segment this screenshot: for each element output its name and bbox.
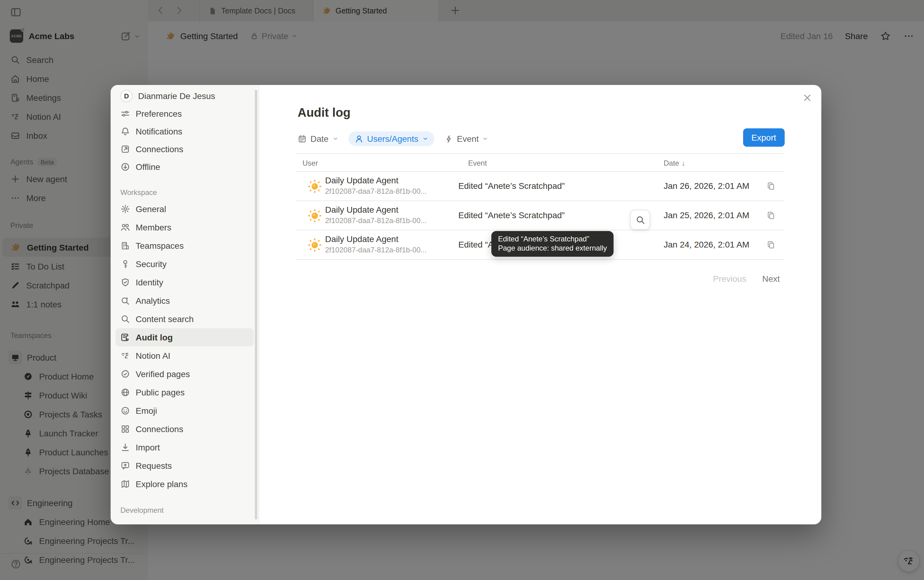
next-page-button[interactable]: Next (762, 274, 780, 283)
settings-nav-general[interactable]: General (115, 200, 254, 218)
magnifier-sparkle-icon (120, 296, 130, 306)
nav-item-label: Identity (136, 277, 163, 287)
nav-item-label: Notion AI (136, 351, 171, 361)
magnifier-icon (635, 215, 645, 225)
settings-nav-import[interactable]: Import (115, 438, 254, 456)
screen: ACME Acme Labs Search Home Meetings Noti… (0, 0, 924, 580)
avatar: D (120, 89, 133, 102)
nav-item-label: Connections (136, 144, 183, 154)
notion-ai-face-icon (120, 351, 130, 361)
grid-icon (120, 424, 130, 434)
settings-nav-notifications[interactable]: Notifications (115, 122, 254, 140)
close-icon[interactable] (802, 93, 812, 103)
shield-check-icon (120, 277, 130, 287)
settings-nav-public-pages[interactable]: Public pages (115, 383, 254, 402)
settings-nav-teamspaces[interactable]: Teamspaces (115, 237, 254, 255)
building-icon (120, 241, 130, 250)
search-icon (120, 314, 130, 324)
event-date: Jan 25, 2026, 2:01 AM (664, 210, 749, 220)
nav-item-label: Emoji (136, 406, 157, 415)
settings-nav-account[interactable]: D Dianmarie De Jesus (115, 87, 254, 104)
settings-nav: D Dianmarie De Jesus Preferences Notific… (110, 85, 259, 524)
external-link-icon (120, 144, 130, 154)
filter-event[interactable]: Event (444, 134, 489, 143)
event-description: Edited “Anete’s Scratchpad” (458, 210, 565, 220)
nav-item-label: Requests (136, 461, 172, 471)
nav-item-label: Connections (136, 424, 183, 434)
agent-name: Daily Update Agent (325, 175, 399, 185)
verified-badge-icon (120, 369, 130, 379)
settings-nav-security[interactable]: Security (115, 255, 254, 273)
nav-item-label: Public pages (136, 387, 184, 397)
sort-descending-indicator: ↓ (682, 159, 685, 168)
settings-nav-identity[interactable]: Identity (115, 273, 254, 292)
settings-nav-emoji[interactable]: Emoji (115, 402, 254, 420)
nav-item-label: Explore plans (136, 479, 188, 489)
settings-content: Audit log Date Users/Agents Event (259, 85, 821, 524)
table-header-row: User Event Date ↓ (296, 153, 785, 172)
sun-agent-avatar (307, 208, 323, 224)
settings-modal: D Dianmarie De Jesus Preferences Notific… (110, 85, 821, 524)
copy-icon[interactable] (766, 181, 776, 191)
bolt-icon (444, 134, 453, 143)
column-header-event[interactable]: Event (468, 154, 487, 172)
column-header-user[interactable]: User (303, 154, 318, 172)
bell-icon (120, 126, 130, 136)
nav-item-label: General (136, 204, 166, 214)
chevron-down-icon (332, 136, 338, 142)
settings-nav-analytics[interactable]: Analytics (115, 292, 254, 310)
settings-nav-scrollbar[interactable] (255, 90, 257, 519)
scroll-icon (120, 333, 130, 342)
nav-item-label: Notifications (136, 126, 183, 136)
settings-nav-offline[interactable]: Offline (115, 158, 254, 175)
nav-item-label: Preferences (136, 109, 182, 118)
copy-icon[interactable] (766, 211, 776, 220)
agent-id: 2f102087-daa7-812a-8f1b-00... (325, 216, 427, 225)
nav-item-label: Audit log (136, 333, 173, 342)
nav-item-label: Members (136, 222, 171, 232)
copy-icon[interactable] (766, 240, 776, 249)
table-row[interactable]: Daily Update Agent 2f102087-daa7-812a-8f… (296, 172, 785, 201)
agent-name: Daily Update Agent (325, 205, 399, 214)
pagination: Previous Next (713, 274, 780, 283)
filter-bar: Date Users/Agents Event (298, 130, 489, 148)
nav-item-label: Security (136, 259, 166, 269)
map-icon (120, 479, 130, 489)
download-circle-icon (120, 161, 130, 171)
row-inspect-button[interactable] (630, 209, 650, 230)
agent-id: 2f102087-daa7-812a-8f1b-00... (325, 246, 427, 254)
export-button[interactable]: Export (743, 129, 785, 147)
settings-nav-requests[interactable]: Requests (115, 456, 254, 475)
settings-nav-explore-plans[interactable]: Explore plans (115, 475, 254, 493)
settings-nav-connections-workspace[interactable]: Connections (115, 420, 254, 438)
filter-users-agents[interactable]: Users/Agents (348, 132, 434, 146)
nav-item-label: Import (136, 443, 160, 452)
settings-nav-verified-pages[interactable]: Verified pages (115, 365, 254, 383)
table-row[interactable]: Daily Update Agent 2f102087-daa7-812a-8f… (296, 201, 785, 231)
sun-agent-avatar (307, 237, 323, 253)
import-icon (120, 443, 130, 452)
previous-page-button[interactable]: Previous (713, 274, 746, 283)
settings-nav-section-development: Development (115, 503, 254, 517)
event-date: Jan 24, 2026, 2:01 AM (664, 240, 749, 249)
settings-nav-audit-log[interactable]: Audit log (115, 328, 254, 346)
settings-nav-content-search[interactable]: Content search (115, 310, 254, 328)
settings-nav-notion-ai[interactable]: Notion AI (115, 346, 254, 365)
nav-item-label: Teamspaces (136, 241, 184, 250)
settings-nav-preferences[interactable]: Preferences (115, 104, 254, 122)
chevron-down-icon (483, 136, 489, 142)
filter-label: Users/Agents (367, 134, 418, 143)
gear-icon (120, 204, 130, 214)
calendar-icon (298, 134, 307, 143)
sun-agent-avatar (307, 178, 323, 194)
settings-nav-section-workspace: Workspace (115, 185, 254, 200)
settings-nav-members[interactable]: Members (115, 218, 254, 237)
agent-name: Daily Update Agent (325, 234, 399, 244)
nav-item-label: Verified pages (136, 369, 190, 379)
column-header-date[interactable]: Date ↓ (664, 154, 685, 172)
filter-label: Event (457, 134, 479, 143)
filter-date[interactable]: Date (298, 134, 338, 143)
account-name: Dianmarie De Jesus (138, 91, 215, 101)
globe-icon (120, 387, 130, 397)
settings-nav-connections[interactable]: Connections (115, 140, 254, 158)
